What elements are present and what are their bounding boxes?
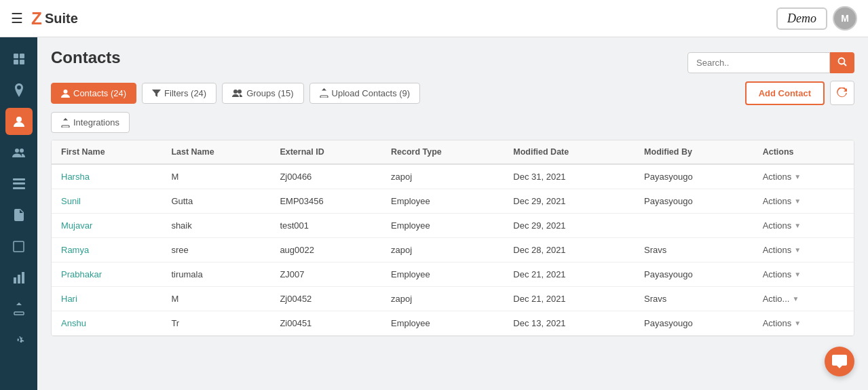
actions-button[interactable]: Actions ▼: [763, 172, 801, 182]
actions-button[interactable]: Actions ▼: [763, 196, 801, 206]
modified-by-cell: Payasyougo: [635, 164, 753, 189]
svg-rect-14: [14, 312, 24, 315]
toolbar-left: Contacts (24) Filters (24) Groups (15) U…: [51, 83, 420, 104]
table-row: Sunil Gutta EMP03456 Employee Dec 29, 20…: [52, 189, 854, 214]
groups-tab[interactable]: Groups (15): [222, 83, 303, 104]
table-row: Mujavar shaik test001 Employee Dec 29, 2…: [52, 214, 854, 238]
sidebar-item-settings[interactable]: [5, 326, 33, 353]
modified-date-cell: Dec 21, 2021: [504, 287, 635, 311]
modified-by-cell: Payasyougo: [635, 189, 753, 214]
first-name-cell[interactable]: Prabhakar: [52, 262, 162, 287]
col-modified-by: Modified By: [635, 140, 753, 164]
contacts-tab-label: Contacts (24): [73, 88, 126, 98]
table-row: Ramya sree aug0022 zapoj Dec 28, 2021 Sr…: [52, 238, 854, 262]
first-name-cell[interactable]: Mujavar: [52, 214, 162, 238]
chat-bubble[interactable]: [825, 347, 854, 376]
sidebar-item-contacts[interactable]: [5, 108, 33, 135]
external-id-cell: Zi00451: [270, 311, 381, 336]
upload-contacts-tab[interactable]: Upload Contacts (9): [309, 83, 421, 104]
svg-rect-12: [18, 275, 20, 284]
actions-button[interactable]: Actions ▼: [763, 245, 801, 255]
sidebar-item-upload[interactable]: [5, 295, 33, 322]
col-modified-date: Modified Date: [504, 140, 635, 164]
actions-label: Actions: [763, 196, 792, 206]
last-name-cell: sree: [162, 238, 270, 262]
actions-button[interactable]: Actio... ▼: [763, 294, 799, 304]
chevron-down-icon: ▼: [794, 173, 801, 180]
svg-rect-2: [14, 60, 18, 64]
col-last-name: Last Name: [162, 140, 270, 164]
search-bar: [687, 52, 854, 73]
sidebar-item-location[interactable]: [5, 77, 33, 104]
actions-label: Actions: [763, 318, 792, 328]
chevron-down-icon: ▼: [794, 319, 801, 327]
sidebar-item-dashboard[interactable]: [5, 45, 33, 73]
svg-point-19: [238, 90, 242, 94]
last-name-cell: shaik: [162, 214, 270, 238]
sidebar-item-list[interactable]: [5, 170, 33, 197]
sub-toolbar: Integrations: [51, 112, 854, 133]
first-name-cell[interactable]: Sunil: [52, 189, 162, 214]
search-input[interactable]: [687, 52, 830, 73]
chevron-down-icon: ▼: [792, 295, 799, 303]
actions-button[interactable]: Actions ▼: [763, 318, 801, 328]
svg-point-17: [64, 90, 68, 94]
table-row: Hari M Zj00452 zapoj Dec 21, 2021 Sravs …: [52, 287, 854, 311]
first-name-cell[interactable]: Anshu: [52, 311, 162, 336]
contacts-table: First Name Last Name External ID Record …: [51, 140, 854, 336]
avatar[interactable]: M: [833, 6, 857, 31]
svg-line-16: [844, 63, 847, 66]
menu-icon[interactable]: ☰: [11, 10, 23, 26]
main-content: Contacts Contacts (24) Filters (24): [37, 37, 868, 390]
col-external-id: External ID: [270, 140, 381, 164]
sidebar-item-reports[interactable]: [5, 264, 33, 291]
contacts-tab[interactable]: Contacts (24): [51, 83, 136, 104]
record-type-cell: Employee: [381, 189, 504, 214]
external-id-cell: ZJ007: [270, 262, 381, 287]
col-first-name: First Name: [52, 140, 162, 164]
toolbar-right: Add Contact: [745, 81, 854, 105]
chevron-down-icon: ▼: [794, 222, 801, 229]
filters-tab[interactable]: Filters (24): [142, 83, 216, 104]
integrations-label: Integrations: [73, 117, 119, 128]
first-name-cell[interactable]: Hari: [52, 287, 162, 311]
svg-rect-9: [13, 187, 25, 189]
svg-rect-10: [14, 241, 24, 252]
actions-cell: Actions ▼: [753, 311, 854, 336]
sidebar-item-groups[interactable]: [5, 139, 33, 166]
external-id-cell: EMP03456: [270, 189, 381, 214]
search-button[interactable]: [830, 52, 854, 73]
record-type-cell: zapoj: [381, 238, 504, 262]
first-name-cell[interactable]: Harsha: [52, 164, 162, 189]
actions-button[interactable]: Actions ▼: [763, 220, 801, 231]
sidebar: [0, 37, 37, 390]
actions-label: Actions: [763, 220, 792, 231]
top-navigation: ☰ Z Suite Demo M: [0, 0, 868, 37]
modified-by-cell: [635, 214, 753, 238]
last-name-cell: Tr: [162, 311, 270, 336]
sidebar-item-document[interactable]: [5, 201, 33, 229]
refresh-button[interactable]: [830, 81, 854, 105]
filters-tab-label: Filters (24): [164, 88, 206, 98]
modified-date-cell: Dec 28, 2021: [504, 238, 635, 262]
first-name-cell[interactable]: Ramya: [52, 238, 162, 262]
integrations-button[interactable]: Integrations: [51, 112, 130, 133]
page-title: Contacts: [51, 48, 121, 67]
last-name-cell: Gutta: [162, 189, 270, 214]
actions-button[interactable]: Actions ▼: [763, 269, 801, 279]
svg-rect-21: [62, 125, 69, 128]
external-id-cell: test001: [270, 214, 381, 238]
add-contact-button[interactable]: Add Contact: [745, 81, 825, 105]
svg-rect-0: [14, 54, 18, 58]
nav-left: ☰ Z Suite: [11, 8, 78, 29]
chevron-down-icon: ▼: [794, 246, 801, 254]
svg-rect-7: [13, 178, 25, 180]
nav-right: Demo M: [776, 6, 857, 31]
record-type-cell: zapoj: [381, 164, 504, 189]
record-type-cell: zapoj: [381, 287, 504, 311]
actions-cell: Actions ▼: [753, 262, 854, 287]
table-row: Prabhakar tirumala ZJ007 Employee Dec 21…: [52, 262, 854, 287]
external-id-cell: Zj00452: [270, 287, 381, 311]
last-name-cell: M: [162, 164, 270, 189]
sidebar-item-calendar[interactable]: [5, 233, 33, 260]
